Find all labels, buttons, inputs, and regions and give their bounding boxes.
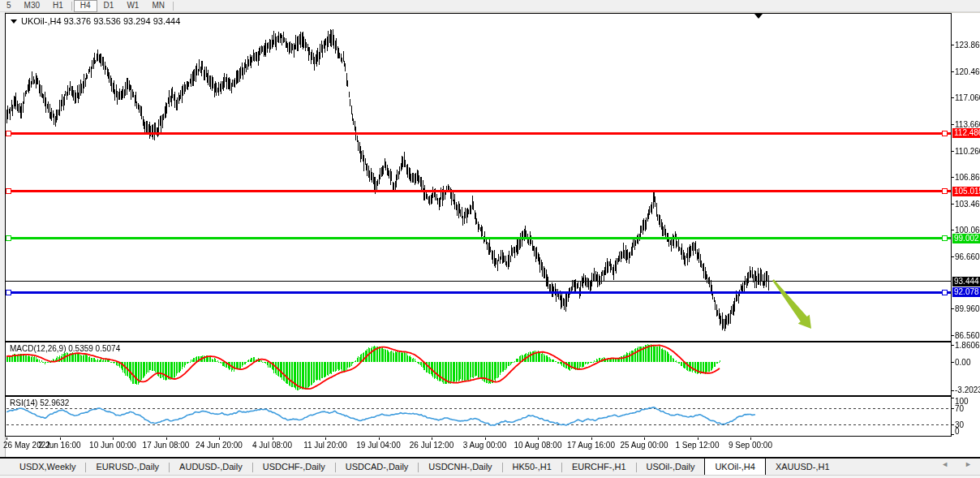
chart-title-text: UKOil-,H4 93.376 93.536 93.294 93.444 [21, 16, 180, 26]
tab-audusd-daily[interactable]: AUDUSD-,Daily [170, 459, 252, 476]
date-axis-label: 26 Jul 12:00 [410, 441, 454, 450]
resistance-line-1-handle[interactable] [942, 131, 948, 136]
tab-usdx-weekly[interactable]: USDX,Weekly [10, 459, 85, 476]
price-axis-tick-label: 89.960 [955, 304, 980, 313]
rsi-axis-label: 70 [955, 404, 980, 413]
tab-usoil-daily[interactable]: USOil-,Daily [637, 459, 705, 476]
support-line-blue-handle[interactable] [942, 290, 948, 295]
tab-ukoil-h4[interactable]: UKOil-,H4 [704, 459, 766, 476]
macd-pane[interactable] [5, 342, 952, 396]
timeframe-button-h1[interactable]: H1 [46, 1, 70, 11]
timeframe-button-m30[interactable]: M30 [18, 1, 46, 11]
tab-scroll-buttons: ◄ ► [941, 460, 972, 468]
tab-eurusd-daily[interactable]: EURUSD-,Daily [86, 459, 169, 476]
date-axis-label: 19 Jul 04:00 [356, 441, 401, 450]
price-axis-tick-label: 106.860 [955, 173, 980, 182]
timeframe-toolbar: 5M30H1H4D1W1MN [0, 0, 980, 12]
symbol-tab-bar: USDX,WeeklyEURUSD-,DailyAUDUSD-,DailyUSD… [0, 457, 980, 476]
date-axis-label: 1 Sep 12:00 [676, 441, 720, 450]
macd-axis-label: 1.8606 [955, 341, 980, 350]
tab-usdcad-daily[interactable]: USDCAD-,Daily [336, 459, 419, 476]
tab-hk50-h1[interactable]: HK50-,H1 [503, 459, 561, 476]
date-axis-label: 10 Jun 00:00 [89, 441, 136, 450]
tab-scroll-left-icon[interactable]: ◄ [941, 460, 948, 468]
support-line-green[interactable] [6, 237, 951, 239]
resistance-line-2-price-label: 105.015 [952, 187, 980, 196]
rsi-axis-label: 0 [955, 427, 980, 436]
timeframe-button-5[interactable]: 5 [0, 1, 18, 11]
price-axis-tick-label: 103.460 [955, 200, 980, 209]
date-axis-label: 17 Aug 16:00 [567, 441, 615, 450]
current-price-line-price-label: 93.444 [952, 277, 980, 286]
date-axis-label: 4 Jul 08:00 [252, 441, 292, 450]
tab-usdcnh-daily[interactable]: USDCNH-,Daily [419, 459, 501, 476]
resistance-line-2-handle[interactable] [942, 188, 948, 194]
status-strip [0, 475, 980, 478]
macd-axis-label: 0.00 [955, 358, 980, 367]
rsi-pane[interactable] [5, 396, 952, 437]
date-axis-label: 10 Aug 08:00 [514, 441, 562, 450]
price-axis-tick-label: 120.460 [955, 67, 980, 76]
support-line-green-price-label: 99.002 [952, 234, 980, 243]
tab-eurchf-h1[interactable]: EURCHF-,H1 [562, 459, 636, 476]
price-axis[interactable] [952, 13, 980, 436]
support-line-blue[interactable] [6, 291, 951, 294]
support-line-green-handle[interactable] [6, 235, 11, 241]
resistance-line-2-handle[interactable] [6, 188, 11, 194]
tab-scroll-right-icon[interactable]: ► [965, 460, 972, 468]
chart-title: UKOil-,H4 93.376 93.536 93.294 93.444 [11, 16, 180, 26]
date-axis-label: 11 Jul 20:00 [303, 441, 347, 450]
date-axis-label: 17 Jun 08:00 [143, 441, 190, 450]
resistance-line-1-handle[interactable] [6, 131, 11, 136]
timeframe-button-d1[interactable]: D1 [97, 1, 121, 11]
timeframe-button-w1[interactable]: W1 [120, 1, 145, 11]
date-axis-label: 25 Aug 00:00 [621, 441, 668, 450]
support-line-green-handle[interactable] [942, 235, 948, 241]
support-line-blue-price-label: 92.078 [952, 287, 980, 297]
date-axis-label: 24 Jun 20:00 [196, 441, 243, 450]
macd-axis-label: -3.2023 [955, 385, 980, 394]
date-axis-label: 3 Aug 00:00 [463, 441, 506, 450]
chart-shift-marker-icon[interactable] [754, 14, 763, 19]
price-axis-tick-label: 96.660 [955, 252, 980, 261]
resistance-line-2[interactable] [6, 190, 951, 192]
support-line-blue-handle[interactable] [6, 290, 11, 295]
date-axis-label: 2 Jun 16:00 [38, 441, 80, 450]
chart-dropdown-icon[interactable] [11, 19, 17, 24]
current-price-line[interactable] [6, 281, 951, 282]
rsi-label: RSI(14) 52.9632 [10, 398, 69, 407]
date-axis-label: 9 Sep 00:00 [729, 441, 772, 450]
toolbar-separator [173, 2, 174, 11]
toolbar-separator [71, 2, 72, 11]
timeframe-button-h4[interactable]: H4 [74, 0, 97, 12]
tab-usdchf-daily[interactable]: USDCHF-,Daily [253, 459, 335, 476]
tab-xauusd-h1[interactable]: XAUUSD-,H1 [766, 459, 840, 476]
timeframe-button-mn[interactable]: MN [145, 1, 171, 11]
resistance-line-1-price-label: 112.486 [952, 128, 980, 138]
price-axis-tick-label: 123.860 [955, 41, 980, 50]
macd-label: MACD(12,26,9) 0.5359 0.5074 [10, 344, 120, 353]
price-axis-tick-label: 117.060 [955, 93, 980, 102]
resistance-line-1[interactable] [6, 132, 951, 135]
price-axis-tick-label: 110.260 [955, 147, 980, 156]
price-axis-tick-label: 86.560 [955, 331, 980, 340]
